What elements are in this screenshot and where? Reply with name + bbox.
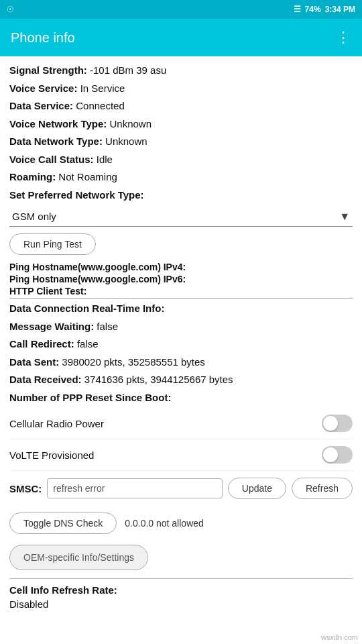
app-bar: Phone info ⋮ xyxy=(0,19,362,56)
volte-toggle-knob xyxy=(323,447,338,462)
call-redirect-row: Call Redirect: false xyxy=(9,337,353,352)
oem-info-button[interactable]: OEM-specific Info/Settings xyxy=(9,545,148,570)
ping-ipv4-label: Ping Hostname(www.google.com) IPv4: xyxy=(9,262,186,272)
ping-test-section: Run Ping Test xyxy=(9,233,353,255)
voice-call-status-value: Idle xyxy=(97,154,113,165)
data-connection-realtime-row: Data Connection Real-Time Info: xyxy=(9,301,353,317)
more-options-button[interactable]: ⋮ xyxy=(336,29,351,46)
message-waiting-value: false xyxy=(97,321,118,332)
ping-ipv6-row: Ping Hostname(www.google.com) IPv6: xyxy=(9,274,353,284)
volte-toggle-row[interactable]: VoLTE Provisioned xyxy=(9,439,353,471)
call-redirect-label: Call Redirect: xyxy=(9,338,74,350)
signal-strength-label: Signal Strength: xyxy=(9,64,87,76)
divider xyxy=(9,578,353,579)
signal-strength-row: Signal Strength: -101 dBm 39 asu xyxy=(9,63,353,78)
ping-ipv6-label: Ping Hostname(www.google.com) IPv6: xyxy=(9,274,186,284)
status-bar-left: ☉ xyxy=(7,5,14,14)
smsc-input[interactable] xyxy=(47,478,222,498)
watermark: wsxdn.com xyxy=(321,633,358,641)
voice-call-status-label: Voice Call Status: xyxy=(9,154,94,165)
voice-service-value: In Service xyxy=(80,83,125,94)
oem-button-container: OEM-specific Info/Settings xyxy=(9,541,353,574)
voice-network-type-row: Voice Network Type: Unknown xyxy=(9,117,353,132)
data-service-value: Connected xyxy=(76,100,125,111)
cell-info-refresh-header: Cell Info Refresh Rate: xyxy=(9,584,353,596)
smsc-update-button[interactable]: Update xyxy=(228,478,286,499)
voice-service-row: Voice Service: In Service xyxy=(9,81,353,97)
network-type-dropdown-container[interactable]: GSM only WCDMA only GSM/WCDMA auto LTE o… xyxy=(9,207,353,227)
data-sent-label: Data Sent: xyxy=(9,356,59,368)
voice-call-status-row: Voice Call Status: Idle xyxy=(9,152,353,168)
data-connection-realtime-label: Data Connection Real-Time Info: xyxy=(9,303,164,314)
voice-network-type-value: Unknown xyxy=(109,118,152,129)
call-redirect-value: false xyxy=(77,338,99,350)
cellular-radio-toggle[interactable] xyxy=(322,415,353,432)
data-received-label: Data Received: xyxy=(9,374,82,385)
ppp-reset-row: Number of PPP Reset Since Boot: xyxy=(9,390,353,406)
ppp-reset-label: Number of PPP Reset Since Boot: xyxy=(9,392,171,403)
run-ping-test-button[interactable]: Run Ping Test xyxy=(9,233,96,255)
data-network-type-value: Unknown xyxy=(105,136,147,147)
time-display: 3:34 PM xyxy=(325,5,355,14)
data-sent-row: Data Sent: 3980020 pkts, 352585551 bytes xyxy=(9,355,353,370)
signal-icon: ☰ xyxy=(294,5,301,14)
cellular-radio-toggle-knob xyxy=(323,416,338,431)
data-received-value: 3741636 pkts, 3944125667 bytes xyxy=(84,374,233,385)
dns-status: 0.0.0.0 not allowed xyxy=(125,518,204,529)
roaming-value: Not Roaming xyxy=(58,171,117,182)
dns-check-row: Toggle DNS Check 0.0.0.0 not allowed xyxy=(9,506,353,541)
roaming-label: Roaming: xyxy=(9,171,56,182)
smsc-label: SMSC: xyxy=(9,483,42,494)
network-type-select[interactable]: GSM only WCDMA only GSM/WCDMA auto LTE o… xyxy=(9,207,353,227)
http-client-test-label: HTTP Client Test: xyxy=(9,286,353,299)
roaming-row: Roaming: Not Roaming xyxy=(9,170,353,185)
data-service-row: Data Service: Connected xyxy=(9,99,353,114)
smsc-row: SMSC: Update Refresh xyxy=(9,471,353,506)
cellular-radio-label: Cellular Radio Power xyxy=(9,418,104,429)
dropdown-wrapper[interactable]: GSM only WCDMA only GSM/WCDMA auto LTE o… xyxy=(9,207,353,227)
cell-info-refresh-value-row: Disabled xyxy=(9,597,353,612)
wifi-icon: ☉ xyxy=(7,5,14,14)
voice-network-type-label: Voice Network Type: xyxy=(9,118,107,129)
page-title: Phone info xyxy=(11,30,75,46)
ping-ipv4-row: Ping Hostname(www.google.com) IPv4: xyxy=(9,262,353,272)
data-network-type-label: Data Network Type: xyxy=(9,136,103,147)
data-received-row: Data Received: 3741636 pkts, 3944125667 … xyxy=(9,372,353,388)
data-network-type-row: Data Network Type: Unknown xyxy=(9,134,353,150)
signal-strength-value: -101 dBm 39 asu xyxy=(90,64,166,76)
cell-info-refresh-value: Disabled xyxy=(9,598,48,610)
preferred-network-label: Set Preferred Network Type: xyxy=(9,189,144,201)
data-service-label: Data Service: xyxy=(9,100,73,111)
message-waiting-row: Message Waiting: false xyxy=(9,319,353,335)
volte-label: VoLTE Provisioned xyxy=(9,449,94,461)
message-waiting-label: Message Waiting: xyxy=(9,321,94,332)
voice-service-label: Voice Service: xyxy=(9,83,77,94)
status-bar-right: ☰ 74% 3:34 PM xyxy=(294,5,355,14)
data-sent-value: 3980020 pkts, 352585551 bytes xyxy=(62,356,205,368)
preferred-network-row: Set Preferred Network Type: xyxy=(9,188,353,203)
main-content: Signal Strength: -101 dBm 39 asu Voice S… xyxy=(0,56,362,625)
status-bar: ☉ ☰ 74% 3:34 PM xyxy=(0,0,362,19)
toggle-dns-check-button[interactable]: Toggle DNS Check xyxy=(9,513,117,534)
volte-toggle[interactable] xyxy=(322,446,353,464)
smsc-refresh-button[interactable]: Refresh xyxy=(292,478,353,499)
cellular-radio-toggle-row[interactable]: Cellular Radio Power xyxy=(9,408,353,439)
battery-indicator: 74% xyxy=(305,5,321,14)
